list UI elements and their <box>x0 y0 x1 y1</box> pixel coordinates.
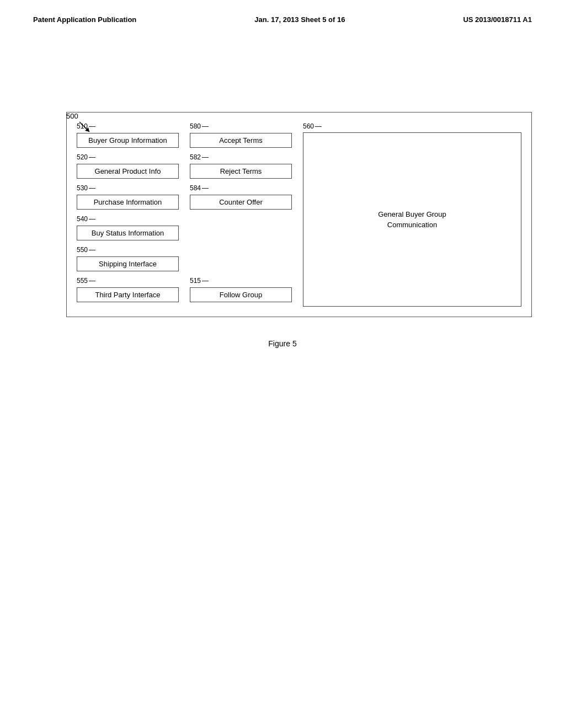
box-accept-terms: Accept Terms <box>190 133 292 148</box>
box-general-product-info: General Product Info <box>77 164 179 179</box>
ref-555: 555 <box>77 277 179 285</box>
box-third-party-interface: Third Party Interface <box>77 287 179 302</box>
ref-520: 520 <box>77 153 179 161</box>
ref-550: 550 <box>77 246 179 254</box>
figure-caption: Figure 5 <box>0 339 565 348</box>
ref-540: 540 <box>77 215 179 223</box>
ref-582: 582 <box>190 153 292 161</box>
diagram-container: 500 510 Buyer Group Information 520 Gene… <box>66 112 532 317</box>
main-diagram: 510 Buyer Group Information 520 General … <box>66 112 532 317</box>
ref-580: 580 <box>190 122 292 130</box>
page-header: Patent Application Publication Jan. 17, … <box>0 0 565 24</box>
right-box-text: General Buyer GroupCommunication <box>378 209 446 231</box>
ref-510: 510 <box>77 122 179 130</box>
box-buyer-group-info: Buyer Group Information <box>77 133 179 148</box>
ref-560: 560 <box>303 122 521 130</box>
box-follow-group: Follow Group <box>190 287 292 302</box>
right-column: 560 General Buyer GroupCommunication <box>303 122 521 307</box>
ref-584: 584 <box>190 184 292 192</box>
box-purchase-info: Purchase Information <box>77 195 179 210</box>
box-counter-offer: Counter Offer <box>190 195 292 210</box>
ref-515: 515 <box>190 277 292 285</box>
box-reject-terms: Reject Terms <box>190 164 292 179</box>
header-center: Jan. 17, 2013 Sheet 5 of 16 <box>254 15 345 24</box>
mid-column: 580 Accept Terms 582 Reject Terms 584 Co… <box>190 122 292 307</box>
box-shipping-interface: Shipping Interface <box>77 256 179 271</box>
header-left: Patent Application Publication <box>33 15 136 24</box>
figure-number-label: 500 <box>66 112 78 120</box>
header-right: US 2013/0018711 A1 <box>463 15 532 24</box>
box-general-buyer-group: General Buyer GroupCommunication <box>303 132 521 307</box>
ref-530: 530 <box>77 184 179 192</box>
left-column: 510 Buyer Group Information 520 General … <box>77 122 179 307</box>
box-buy-status-info: Buy Status Information <box>77 226 179 240</box>
